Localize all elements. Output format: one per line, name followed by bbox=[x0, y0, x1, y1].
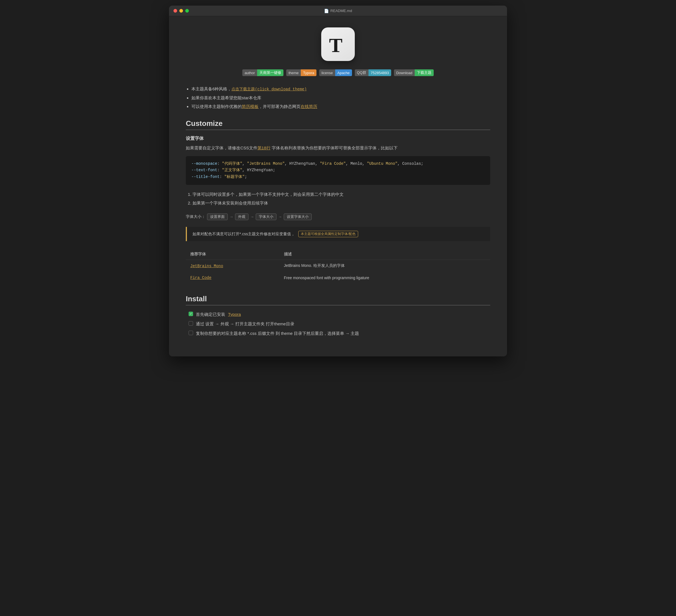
badge-author[interactable]: author 天南第一键修 bbox=[242, 69, 283, 76]
close-button[interactable] bbox=[173, 9, 177, 13]
numbered-list: 字体可以同时设置多个，如果第一个字体不支持中文，则会采用第二个字体的中文 如果第… bbox=[186, 190, 490, 207]
font-size-label: 字体大小： bbox=[186, 214, 205, 219]
font-name-2: Fira Code bbox=[186, 272, 280, 284]
app-icon-container: T bbox=[186, 27, 490, 61]
install-checklist: ✓ 首先确定已安装 Typora 通过 设置 → 外观 → 打开主题文件夹 打开… bbox=[186, 311, 490, 337]
badge-qq-label: QQ群 bbox=[355, 69, 369, 76]
code-block: --monospace: "代码字体", "JetBrains Mono", H… bbox=[186, 156, 490, 185]
nav-step-4[interactable]: 设置字体大小 bbox=[284, 214, 312, 220]
badge-download[interactable]: Download 下载主题 bbox=[394, 69, 434, 76]
content-area: T author 天南第一键修 theme Typora license Apa… bbox=[169, 16, 507, 356]
badge-qq-value: 752854893 bbox=[369, 69, 391, 76]
font-table-header-row: 推荐字体 描述 bbox=[186, 249, 490, 260]
numbered-item-1: 字体可以同时设置多个，如果第一个字体不支持中文，则会采用第二个字体的中文 bbox=[192, 190, 490, 198]
checkbox-1: ✓ bbox=[188, 312, 193, 316]
file-icon: 📄 bbox=[324, 9, 329, 13]
col-font: 推荐字体 bbox=[186, 249, 280, 260]
install-2-text: 通过 设置 → 外观 → 打开主题文件夹 打开theme目录 bbox=[196, 321, 294, 327]
code-line-3: --title-font: "标题字体"; bbox=[191, 174, 485, 180]
minimize-button[interactable] bbox=[179, 9, 183, 13]
badge-license[interactable]: license Apache bbox=[319, 69, 352, 76]
font-name-1: JetBrains Mono bbox=[186, 260, 280, 272]
code-line-1: --monospace: "代码字体", "JetBrains Mono", H… bbox=[191, 161, 485, 167]
typora-link[interactable]: Typora bbox=[228, 311, 241, 318]
install-step-1: ✓ 首先确定已安装 Typora bbox=[188, 311, 490, 318]
font-table: 推荐字体 描述 JetBrains Mono JetBrains Mono. 给… bbox=[186, 249, 490, 283]
window: 📄 README.md T author 天南第一键修 theme Typora bbox=[169, 6, 507, 356]
font-desc-before: 如果需要自定义字体，请修改CSS文件 bbox=[186, 146, 258, 150]
line-18-link[interactable]: 第18行 bbox=[258, 146, 271, 150]
app-icon: T bbox=[321, 27, 355, 61]
checkbox-2 bbox=[188, 321, 193, 326]
font-size-nav: 字体大小： 设置界面 → 外观 → 字体大小 → 设置字体大小 bbox=[186, 214, 490, 220]
bullet-2-text: 如果你喜欢本主题希望您能star本仓库 bbox=[191, 95, 261, 100]
traffic-lights bbox=[173, 9, 189, 13]
install-step-2: 通过 设置 → 外观 → 打开主题文件夹 打开theme目录 bbox=[188, 321, 490, 327]
col-desc: 描述 bbox=[280, 249, 491, 260]
badge-download-value: 下载主题 bbox=[415, 69, 434, 76]
badge-license-value: Apache bbox=[335, 69, 352, 76]
font-desc-1: JetBrains Mono. 给开发人员的字体 bbox=[280, 260, 491, 272]
badge-theme-value: Typora bbox=[301, 69, 317, 76]
badge-download-label: Download bbox=[394, 69, 415, 76]
badge-license-label: license bbox=[319, 69, 335, 76]
title-bar: 📄 README.md bbox=[169, 6, 507, 16]
badge-author-label: author bbox=[242, 69, 257, 76]
font-table-header: 推荐字体 描述 bbox=[186, 249, 490, 260]
nav-step-1[interactable]: 设置界面 bbox=[207, 214, 228, 220]
font-desc-after: 字体名称列表替换为你想要的字体即可替换全部显示字体，比如以下 bbox=[271, 146, 398, 150]
checkmark-1: ✓ bbox=[190, 313, 192, 315]
online-resume-link[interactable]: 在线简历 bbox=[300, 104, 317, 109]
bullet-3-text-mid: ，并可部署为静态网页 bbox=[259, 104, 300, 109]
blockquote-text: 如果对配色不满意可以打开*.css主题文件修改对应变量值， bbox=[192, 232, 295, 237]
resume-template-link[interactable]: 简历模板 bbox=[242, 104, 259, 109]
bullet-item-2: 如果你喜欢本主题希望您能star本仓库 bbox=[191, 94, 490, 102]
bullet-item-3: 可以使用本主题制作优雅的简历模板，并可部署为静态网页在线简历 bbox=[191, 103, 490, 110]
font-description: 如果需要自定义字体，请修改CSS文件第18行 字体名称列表替换为你想要的字体即可… bbox=[186, 144, 490, 152]
install-heading: Install bbox=[186, 294, 490, 305]
badge-author-value: 天南第一键修 bbox=[257, 69, 283, 76]
install-step-3: 复制你想要的对应主题名称 *.css 后缀文件 到 theme 目录下然后重启，… bbox=[188, 330, 490, 337]
install-3-text: 复制你想要的对应主题名称 *.css 后缀文件 到 theme 目录下然后重启，… bbox=[196, 330, 359, 337]
badge-qq[interactable]: QQ群 752854893 bbox=[355, 69, 391, 76]
font-section-heading: 设置字体 bbox=[186, 136, 490, 142]
svg-text:T: T bbox=[329, 34, 342, 55]
info-blockquote: 如果对配色不满意可以打开*.css主题文件修改对应变量值， 本主题可根据全局属性… bbox=[186, 227, 490, 241]
customize-heading: Customize bbox=[186, 119, 490, 130]
window-title: 📄 README.md bbox=[324, 9, 352, 13]
font-table-body: JetBrains Mono JetBrains Mono. 给开发人员的字体 … bbox=[186, 260, 490, 284]
bullet-1-text: 本主题具备6种风格， bbox=[191, 87, 231, 91]
nav-step-2[interactable]: 外观 bbox=[235, 214, 248, 220]
table-row: Fira Code Free monospaced font with prog… bbox=[186, 272, 490, 284]
font-link-2[interactable]: Fira Code bbox=[190, 276, 212, 280]
badges-row: author 天南第一键修 theme Typora license Apach… bbox=[186, 69, 490, 76]
install-1-text-before: 首先确定已安装 bbox=[196, 311, 225, 318]
maximize-button[interactable] bbox=[185, 9, 189, 13]
bullet-3-text-before: 可以使用本主题制作优雅的 bbox=[191, 104, 242, 109]
numbered-item-2: 如果第一个字体未安装则会使用后续字体 bbox=[192, 199, 490, 207]
arrow-2: → bbox=[250, 215, 254, 219]
code-line-2: --text-font: "正文字体", HYZhengYuan; bbox=[191, 167, 485, 174]
table-row: JetBrains Mono JetBrains Mono. 给开发人员的字体 bbox=[186, 260, 490, 272]
font-desc-2: Free monospaced font with programming li… bbox=[280, 272, 491, 284]
badge-theme-label: theme bbox=[286, 69, 301, 76]
download-theme-link[interactable]: 点击下载主题(click download theme) bbox=[231, 87, 307, 92]
arrow-1: → bbox=[229, 215, 233, 219]
font-link-1[interactable]: JetBrains Mono bbox=[190, 264, 223, 268]
arrow-3: → bbox=[278, 215, 282, 219]
intro-bullet-list: 本主题具备6种风格，点击下载主题(click download theme) 如… bbox=[186, 85, 490, 110]
nav-step-3[interactable]: 字体大小 bbox=[256, 214, 276, 220]
blockquote-badge: 本主题可根据全局属性定制字体/配色 bbox=[298, 231, 358, 237]
checkbox-3 bbox=[188, 331, 193, 335]
badge-theme[interactable]: theme Typora bbox=[286, 69, 317, 76]
bullet-item-1: 本主题具备6种风格，点击下载主题(click download theme) bbox=[191, 85, 490, 93]
